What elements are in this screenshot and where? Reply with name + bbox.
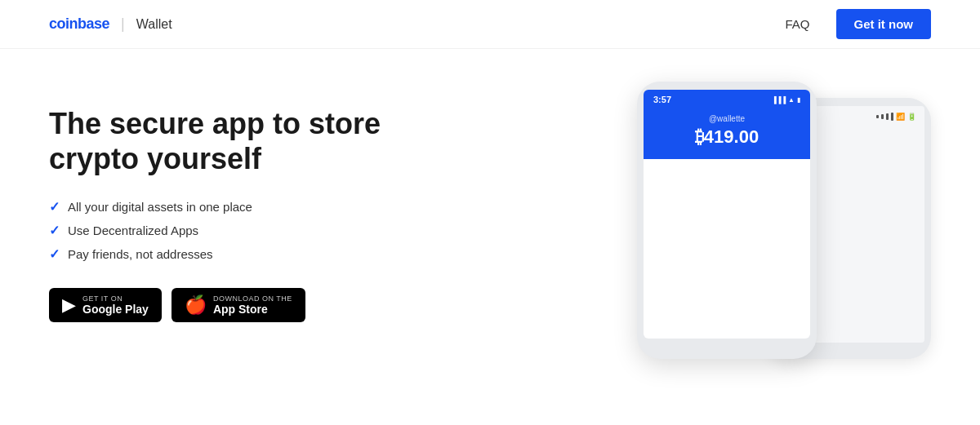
google-play-name: Google Play <box>82 303 149 316</box>
wifi-icon: 📶 <box>896 113 905 121</box>
store-buttons: ▶ GET IT ON Google Play 🍎 Download on th… <box>49 288 457 322</box>
features-list: ✓ All your digital assets in one place ✓… <box>49 199 457 262</box>
apple-icon: 🍎 <box>185 296 207 314</box>
logo-wallet: Wallet <box>136 17 172 32</box>
phone-mockups: 📶 🔋 3:57 ▐▐▐ ▲ ▮ @wallette ₿419.00 <box>457 49 980 425</box>
phone-wifi-icon: ▲ <box>788 96 795 104</box>
logo-area: coinbase | Wallet <box>49 15 172 33</box>
phone-status-bar: 3:57 ▐▐▐ ▲ ▮ <box>644 90 810 108</box>
faq-link[interactable]: FAQ <box>785 17 809 31</box>
phone-front-inner: 3:57 ▐▐▐ ▲ ▮ @wallette ₿419.00 <box>644 90 810 351</box>
check-icon-3: ✓ <box>49 246 60 262</box>
main-content: The secure app to store crypto yourself … <box>0 49 980 425</box>
headline: The secure app to store crypto yourself <box>49 106 457 176</box>
logo-divider: | <box>121 15 125 33</box>
phone-time: 3:57 <box>653 95 671 104</box>
phone-white-area <box>644 159 810 339</box>
signal-bar-4 <box>891 113 893 121</box>
feature-text-3: Pay friends, not addresses <box>68 247 213 261</box>
google-play-small: GET IT ON <box>82 294 149 303</box>
get-it-now-button[interactable]: Get it now <box>836 9 932 39</box>
header-right: FAQ Get it now <box>785 9 931 39</box>
phone-signal-icon: ▐▐▐ <box>772 96 786 104</box>
signal-bar-3 <box>886 113 889 120</box>
phone-status-icons: ▐▐▐ ▲ ▮ <box>772 96 800 104</box>
phone-front: 3:57 ▐▐▐ ▲ ▮ @wallette ₿419.00 <box>637 82 817 359</box>
phone-back-status: 📶 🔋 <box>876 113 916 121</box>
phone-blue-area: @wallette ₿419.00 <box>644 108 810 159</box>
feature-text-1: All your digital assets in one place <box>68 200 252 214</box>
google-play-text: GET IT ON Google Play <box>82 294 149 316</box>
left-content: The secure app to store crypto yourself … <box>49 82 457 425</box>
header: coinbase | Wallet FAQ Get it now <box>0 0 980 49</box>
feature-item-3: ✓ Pay friends, not addresses <box>49 246 457 262</box>
check-icon-1: ✓ <box>49 199 60 215</box>
signal-bar-1 <box>876 115 879 118</box>
google-play-icon: ▶ <box>62 296 76 314</box>
check-icon-2: ✓ <box>49 223 60 238</box>
headline-line2: crypto yourself <box>49 142 261 175</box>
app-store-small: Download on the <box>213 294 292 303</box>
battery-icon: 🔋 <box>907 113 916 121</box>
feature-text-2: Use Decentralized Apps <box>68 224 198 237</box>
feature-item-2: ✓ Use Decentralized Apps <box>49 223 457 238</box>
wallet-balance: ₿419.00 <box>653 126 800 148</box>
app-store-text: Download on the App Store <box>213 294 292 316</box>
logo-coinbase: coinbase <box>49 15 109 33</box>
signal-bar-2 <box>881 114 884 119</box>
google-play-button[interactable]: ▶ GET IT ON Google Play <box>49 288 162 322</box>
app-store-button[interactable]: 🍎 Download on the App Store <box>172 288 305 322</box>
wallet-username: @wallette <box>653 114 800 123</box>
feature-item-1: ✓ All your digital assets in one place <box>49 199 457 215</box>
phone-battery-icon: ▮ <box>797 96 800 104</box>
headline-line1: The secure app to store <box>49 107 381 140</box>
app-store-name: App Store <box>213 303 292 316</box>
